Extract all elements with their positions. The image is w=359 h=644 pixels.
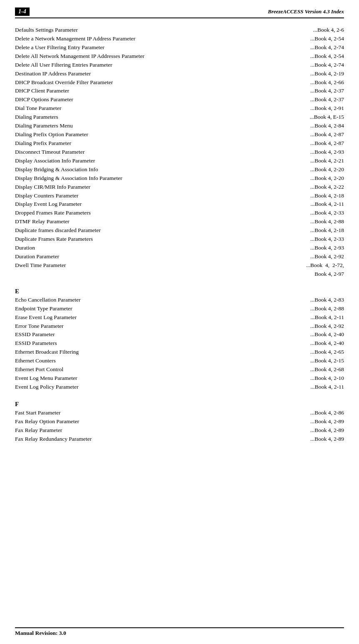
index-row: Display Counters Parameter...Book 4, 2-1… [15, 192, 344, 200]
index-row: Ethernet Counters...Book 4, 2-15 [15, 357, 344, 365]
index-row: Dwell Time Parameter...Book 4, 2-72,Book… [15, 261, 344, 279]
index-ref: ...Book 4, 2-89 [310, 426, 344, 435]
index-row: Disconnect Timeout Parameter...Book 4, 2… [15, 148, 344, 157]
index-row: Dropped Frames Rate Parameters...Book 4,… [15, 209, 344, 217]
document-title: BreezeACCESS Version 4.3 Index [268, 8, 344, 15]
index-term: Dialing Prefix Parameter [15, 139, 71, 148]
index-row: Dialing Prefix Option Parameter...Book 4… [15, 130, 344, 139]
index-term: DHCP Options Parameter [15, 95, 73, 104]
index-ref: ...Book 4, 2-88 [310, 217, 344, 226]
index-term: Ethernet Broadcast Filtering [15, 348, 79, 357]
index-term: Display CIR/MIR Info Parameter [15, 183, 90, 192]
index-ref: ...Book 4, 2-92 [310, 252, 344, 261]
index-term: Duplicate Frames Rate Parameters [15, 235, 93, 244]
page-header: 1-4 BreezeACCESS Version 4.3 Index [15, 7, 344, 18]
index-term: Fax Relay Redundancy Parameter [15, 435, 92, 444]
index-term: Endpoint Type Parameter [15, 305, 72, 313]
index-term: Fax Relay Parameter [15, 426, 62, 435]
index-term: Delete a User Filtering Entry Parameter [15, 43, 105, 52]
index-term: Ethernet Counters [15, 357, 56, 365]
index-row: Ethernet Port Control...Book 4, 2-68 [15, 365, 344, 374]
index-term: Dialing Prefix Option Parameter [15, 130, 88, 139]
index-term: Display Bridging & Association Info Para… [15, 174, 122, 183]
index-row: Duration...Book 4, 2-93 [15, 244, 344, 252]
index-term: Duplicate frames discarded Parameter [15, 226, 101, 235]
index-term: Delete a Network Management IP Address P… [15, 35, 135, 43]
index-ref: ...Book 4, 2-88 [310, 305, 344, 313]
index-term: Echo Cancellation Parameter [15, 296, 80, 305]
index-row: Fax Relay Parameter...Book 4, 2-89 [15, 426, 344, 435]
index-term: Fast Start Parameter [15, 409, 60, 417]
index-ref: ...Book 4, 2-18 [310, 192, 344, 200]
index-row: Duplicate Frames Rate Parameters...Book … [15, 235, 344, 244]
index-ref: ...Book 4, 2-74 [310, 61, 344, 70]
index-term: Duration [15, 244, 35, 252]
index-ref: ...Book 4, 2-66 [310, 78, 344, 87]
index-term: Defaults Settings Parameter [15, 26, 78, 35]
index-term: Dwell Time Parameter [15, 261, 66, 270]
index-ref: ...Book 4, 2-93 [310, 244, 344, 252]
index-ref: ...Book 4, 2-15 [310, 357, 344, 365]
index-ref: ...Book 4, 2-37 [310, 87, 344, 95]
index-row: Display CIR/MIR Info Parameter...Book 4,… [15, 183, 344, 192]
index-ref: ...Book 4, 2-33 [310, 235, 344, 244]
index-ref: ...Book 4, 2-74 [310, 43, 344, 52]
index-term: Dropped Frames Rate Parameters [15, 209, 91, 217]
index-ref: ...Book 4, 2-89 [310, 417, 344, 426]
index-ref: ...Book 4, 2-87 [310, 130, 344, 139]
index-row: Fax Relay Redundancy Parameter...Book 4,… [15, 435, 344, 444]
index-row: Display Event Log Parameter...Book 4, 2-… [15, 200, 344, 209]
index-row: Defaults Settings Parameter...Book 4, 2-… [15, 26, 344, 35]
index-row: Delete a User Filtering Entry Parameter.… [15, 43, 344, 52]
index-row: Endpoint Type Parameter...Book 4, 2-88 [15, 305, 344, 313]
index-term: DHCP Broadcast Override Filter Parameter [15, 78, 113, 87]
index-term: Event Log Policy Parameter [15, 383, 79, 392]
index-term: Erase Event Log Parameter [15, 313, 77, 322]
index-ref: ...Book 4, 2-40 [310, 339, 344, 348]
index-ref: ...Book 4, 2-86 [310, 409, 344, 417]
index-ref: ...Book 4, 2-54 [310, 35, 344, 43]
index-ref: ...Book 4, 2-6 [313, 26, 344, 35]
index-term: Duration Parameter [15, 252, 59, 261]
index-ref: ...Book 4, 2-84 [310, 122, 344, 130]
index-row: Fax Relay Option Parameter...Book 4, 2-8… [15, 417, 344, 426]
index-term: Fax Relay Option Parameter [15, 417, 79, 426]
index-ref: ...Book 4, 2-10 [310, 374, 344, 383]
index-term: Disconnect Timeout Parameter [15, 148, 85, 157]
index-term: DHCP Client Parameter [15, 87, 69, 95]
index-row: Display Bridging & Association Info...Bo… [15, 165, 344, 174]
index-row: ESSID Parameter...Book 4, 2-40 [15, 330, 344, 339]
index-term: Display Association Info Parameter [15, 157, 95, 165]
index-ref: ...Book 4, 2-11 [311, 383, 344, 392]
index-row: DHCP Options Parameter...Book 4, 2-37 [15, 95, 344, 104]
index-ref: ...Book 4, 2-54 [310, 52, 344, 61]
index-ref: ...Book 4, 2-92 [310, 322, 344, 331]
index-term: Dialing Parameters [15, 113, 58, 122]
index-ref: ...Book 4, 2-83 [310, 296, 344, 305]
index-row: Event Log Policy Parameter...Book 4, 2-1… [15, 383, 344, 392]
index-ref: ...Book 4, 2-22 [310, 183, 344, 192]
index-row: Fast Start Parameter...Book 4, 2-86 [15, 409, 344, 417]
index-ref: ...Book 4, 2-65 [310, 348, 344, 357]
index-row: DHCP Broadcast Override Filter Parameter… [15, 78, 344, 87]
index-term: Display Counters Parameter [15, 192, 78, 200]
index-term: ESSID Parameters [15, 339, 57, 348]
index-row: Dialing Parameters Menu...Book 4, 2-84 [15, 122, 344, 130]
index-ref: ...Book 4, 2-87 [310, 139, 344, 148]
index-ref: ...Book 4, 2-91 [310, 104, 344, 113]
index-row: Dial Tone Parameter...Book 4, 2-91 [15, 104, 344, 113]
index-term: Display Bridging & Association Info [15, 165, 98, 174]
index-ref: ...Book 4, 2-93 [310, 148, 344, 157]
index-term: Event Log Menu Parameter [15, 374, 77, 383]
index-row: DHCP Client Parameter...Book 4, 2-37 [15, 87, 344, 95]
section-letter-f: F [15, 401, 344, 408]
index-ref: ...Book 4, 2-33 [310, 209, 344, 217]
index-ref: ...Book 4, 2-21 [310, 157, 344, 165]
index-term: Destination IP Address Parameter [15, 70, 91, 78]
footer-label: Manual Revision: 3.0 [15, 630, 66, 636]
index-row: ESSID Parameters...Book 4, 2-40 [15, 339, 344, 348]
index-ref: ...Book 4, 2-89 [310, 435, 344, 444]
index-ref: ...Book 4, 2-72,Book 4, 2-97 [306, 261, 344, 279]
index-row: Dialing Prefix Parameter...Book 4, 2-87 [15, 139, 344, 148]
index-term: ESSID Parameter [15, 330, 55, 339]
